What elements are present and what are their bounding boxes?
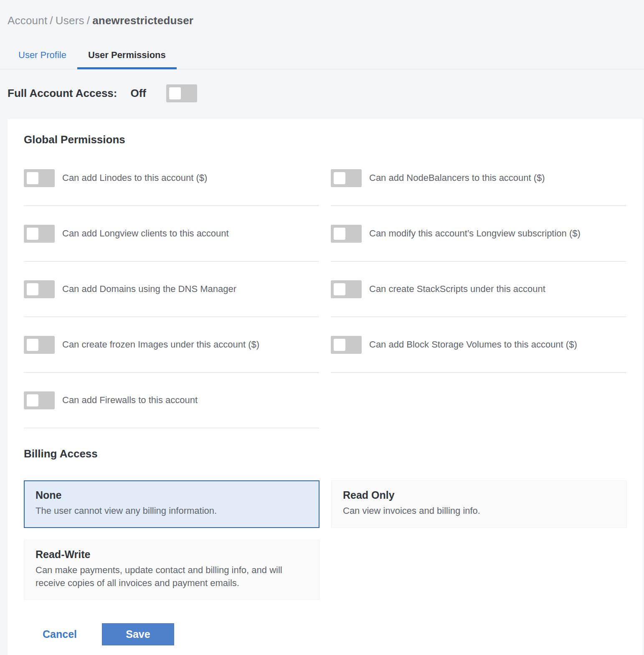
global-permissions-title: Global Permissions bbox=[24, 133, 626, 146]
breadcrumb-account[interactable]: Account bbox=[8, 14, 47, 27]
cancel-button[interactable]: Cancel bbox=[43, 628, 77, 640]
permission-row-add-linodes: Can add Linodes to this account ($) bbox=[24, 150, 319, 206]
billing-option-description: Can view invoices and billing info. bbox=[343, 505, 615, 518]
form-actions: Cancel Save bbox=[24, 623, 626, 645]
billing-option-title: None bbox=[35, 489, 308, 501]
breadcrumb-separator: / bbox=[47, 14, 55, 27]
toggle-knob-icon bbox=[27, 228, 38, 240]
permission-toggle-modify-longview-subscription[interactable] bbox=[331, 225, 362, 243]
permission-toggle-add-nodebalancers[interactable] bbox=[331, 169, 362, 187]
permission-toggle-add-block-storage[interactable] bbox=[331, 336, 362, 354]
full-account-access-row: Full Account Access: Off bbox=[0, 69, 644, 119]
permission-row-add-firewalls: Can add Firewalls to this account bbox=[24, 373, 319, 428]
billing-option-none[interactable]: None The user cannot view any billing in… bbox=[24, 480, 319, 528]
breadcrumb: Account/Users/anewrestricteduser bbox=[0, 0, 644, 27]
permission-label: Can add Firewalls to this account bbox=[62, 395, 198, 406]
permission-label: Can add Block Storage Volumes to this ac… bbox=[369, 339, 577, 350]
permission-label: Can add Domains using the DNS Manager bbox=[62, 284, 236, 294]
billing-option-read-write[interactable]: Read-Write Can make payments, update con… bbox=[24, 540, 319, 600]
permission-row-create-stackscripts: Can create StackScripts under this accou… bbox=[331, 261, 626, 317]
toggle-knob-icon bbox=[334, 228, 345, 240]
toggle-knob-icon bbox=[27, 172, 38, 184]
billing-option-title: Read Only bbox=[343, 489, 615, 501]
permission-row-add-longview-clients: Can add Longview clients to this account bbox=[24, 206, 319, 261]
toggle-knob-icon bbox=[27, 339, 38, 351]
permission-label: Can add NodeBalancers to this account ($… bbox=[369, 173, 545, 183]
toggle-knob-icon bbox=[334, 172, 345, 184]
permission-row-add-domains: Can add Domains using the DNS Manager bbox=[24, 261, 319, 317]
breadcrumb-separator: / bbox=[84, 14, 92, 27]
tab-bar: User Profile User Permissions bbox=[0, 46, 644, 69]
billing-options-grid: None The user cannot view any billing in… bbox=[24, 480, 626, 600]
permission-label: Can create frozen Images under this acco… bbox=[62, 339, 259, 350]
permissions-left-column: Can add Linodes to this account ($) Can … bbox=[24, 150, 319, 428]
save-button[interactable]: Save bbox=[102, 623, 174, 645]
permission-toggle-add-longview-clients[interactable] bbox=[24, 225, 55, 243]
toggle-knob-icon bbox=[334, 339, 345, 351]
billing-option-description: Can make payments, update contact and bi… bbox=[35, 564, 308, 590]
permission-toggle-add-firewalls[interactable] bbox=[24, 391, 55, 409]
permission-label: Can add Longview clients to this account bbox=[62, 228, 229, 239]
permission-row-modify-longview-subscription: Can modify this account’s Longview subsc… bbox=[331, 206, 626, 261]
tab-user-profile[interactable]: User Profile bbox=[8, 46, 77, 69]
billing-option-title: Read-Write bbox=[35, 548, 308, 561]
billing-access-title: Billing Access bbox=[24, 447, 626, 460]
tab-user-permissions[interactable]: User Permissions bbox=[77, 46, 177, 69]
full-account-access-state: Off bbox=[130, 87, 146, 100]
permission-toggle-add-domains[interactable] bbox=[24, 280, 55, 298]
breadcrumb-current-user: anewrestricteduser bbox=[92, 14, 193, 27]
billing-option-read-only[interactable]: Read Only Can view invoices and billing … bbox=[331, 480, 626, 528]
full-account-access-label: Full Account Access: bbox=[8, 87, 117, 100]
toggle-knob-icon bbox=[169, 87, 181, 99]
breadcrumb-users[interactable]: Users bbox=[56, 14, 84, 27]
permission-toggle-create-images[interactable] bbox=[24, 336, 55, 354]
toggle-knob-icon bbox=[334, 283, 345, 295]
global-permissions-grid: Can add Linodes to this account ($) Can … bbox=[24, 150, 626, 428]
permission-row-add-nodebalancers: Can add NodeBalancers to this account ($… bbox=[331, 150, 626, 206]
permission-label: Can modify this account’s Longview subsc… bbox=[369, 228, 581, 239]
permission-label: Can create StackScripts under this accou… bbox=[369, 284, 545, 294]
permission-toggle-create-stackscripts[interactable] bbox=[331, 280, 362, 298]
toggle-knob-icon bbox=[27, 283, 38, 295]
billing-option-description: The user cannot view any billing informa… bbox=[35, 505, 308, 518]
permission-label: Can add Linodes to this account ($) bbox=[62, 173, 207, 183]
toggle-knob-icon bbox=[27, 394, 38, 406]
permission-toggle-add-linodes[interactable] bbox=[24, 169, 55, 187]
full-account-access-toggle[interactable] bbox=[166, 84, 197, 102]
permissions-panel: Global Permissions Can add Linodes to th… bbox=[8, 119, 642, 655]
permissions-right-column: Can add NodeBalancers to this account ($… bbox=[331, 150, 626, 428]
permission-row-create-images: Can create frozen Images under this acco… bbox=[24, 317, 319, 373]
permission-row-add-block-storage: Can add Block Storage Volumes to this ac… bbox=[331, 317, 626, 373]
